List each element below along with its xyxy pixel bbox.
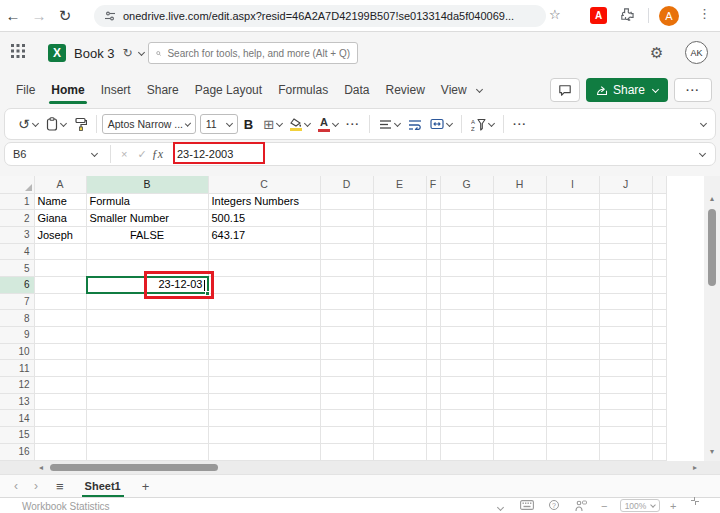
column-header-B[interactable]: B [86,176,208,193]
cell-H13[interactable] [493,393,546,410]
menu-item-share[interactable]: Share [147,83,179,97]
format-painter-button[interactable] [74,117,87,131]
menu-item-view[interactable]: View [441,83,467,97]
workbook-statistics-label[interactable]: Workbook Statistics [22,501,110,512]
address-bar[interactable]: onedrive.live.com/edit.aspx?resid=46A2A7… [94,5,546,27]
cell-G11[interactable] [440,360,493,377]
select-all-corner[interactable] [0,176,34,193]
cell-A5[interactable] [34,260,86,277]
cell-F8[interactable] [426,310,440,327]
cell-G13[interactable] [440,393,493,410]
cell-D12[interactable] [320,377,373,394]
cell-G5[interactable] [440,260,493,277]
name-box[interactable]: B6 [5,148,105,160]
cell-E15[interactable] [373,427,426,444]
cell-I1[interactable] [546,193,599,210]
formula-bar-expand-chevron-icon[interactable] [699,149,706,156]
row-header-11[interactable]: 11 [0,360,34,377]
cell-J14[interactable] [599,410,652,427]
cell-J12[interactable] [599,377,652,394]
app-launcher-icon[interactable] [10,43,26,63]
cell-I12[interactable] [546,377,599,394]
cell-F14[interactable] [426,410,440,427]
cell-A11[interactable] [34,360,86,377]
cell-D10[interactable] [320,343,373,360]
cell-G2[interactable] [440,210,493,227]
cell-D3[interactable] [320,226,373,243]
cell-D13[interactable] [320,393,373,410]
workbook-title[interactable]: Book 3 [74,46,114,61]
bold-button[interactable]: B [244,117,253,132]
cell-E5[interactable] [373,260,426,277]
zoom-in-icon[interactable]: + [670,500,676,512]
cell-J15[interactable] [599,427,652,444]
column-header-C[interactable]: C [208,176,320,193]
cell-F5[interactable] [426,260,440,277]
cell-I4[interactable] [546,243,599,260]
cell-B3[interactable]: FALSE [86,226,208,243]
cell-F15[interactable] [426,427,440,444]
accessibility-icon[interactable] [574,500,587,513]
cell-G4[interactable] [440,243,493,260]
cell-J11[interactable] [599,360,652,377]
column-header-H[interactable]: H [493,176,546,193]
cell-H3[interactable] [493,226,546,243]
cell-A8[interactable] [34,310,86,327]
ribbon-collapse-chevron-icon[interactable] [700,119,707,126]
cell-I11[interactable] [546,360,599,377]
cell-H12[interactable] [493,377,546,394]
cell-B13[interactable] [86,393,208,410]
cell-D1[interactable] [320,193,373,210]
site-info-icon[interactable] [104,10,116,22]
cell-J2[interactable] [599,210,652,227]
row-header-10[interactable]: 10 [0,343,34,360]
cell-B15[interactable] [86,427,208,444]
cell-C3[interactable]: 643.17 [208,226,320,243]
cell-C11[interactable] [208,360,320,377]
cell-C15[interactable] [208,427,320,444]
scroll-up-icon[interactable]: ▴ [704,194,720,203]
cell-J10[interactable] [599,343,652,360]
cell-B9[interactable] [86,327,208,344]
row-header-6[interactable]: 6 [0,276,34,293]
cell-A15[interactable] [34,427,86,444]
cell-G16[interactable] [440,443,493,460]
sheet-tab-sheet1[interactable]: Sheet1 [82,480,124,492]
row-header-12[interactable]: 12 [0,377,34,394]
cell-B10[interactable] [86,343,208,360]
cell-A2[interactable]: Giana [34,210,86,227]
menu-item-page-layout[interactable]: Page Layout [195,83,262,97]
cell-E10[interactable] [373,343,426,360]
browser-profile-avatar[interactable]: A [659,6,679,26]
formula-input[interactable]: 23-12-2003 [177,148,233,160]
excel-logo-icon[interactable]: X [48,44,66,62]
cell-F3[interactable] [426,226,440,243]
cell-E1[interactable] [373,193,426,210]
cell-I16[interactable] [546,443,599,460]
row-header-9[interactable]: 9 [0,327,34,344]
cell-H2[interactable] [493,210,546,227]
cell-E11[interactable] [373,360,426,377]
borders-button[interactable]: ⊞ [263,117,282,132]
cell-E8[interactable] [373,310,426,327]
row-header-2[interactable]: 2 [0,210,34,227]
vertical-scroll-thumb[interactable] [708,209,716,286]
enter-icon[interactable]: ✓ [137,148,146,161]
cell-D15[interactable] [320,427,373,444]
add-sheet-icon[interactable]: + [142,479,150,494]
cell-J6[interactable] [599,276,652,293]
cell-B2[interactable]: Smaller Number [86,210,208,227]
title-chevron-icon[interactable] [138,48,145,55]
horizontal-scroll-thumb[interactable] [50,464,218,471]
cell-A6[interactable] [34,276,86,293]
prev-sheet-icon[interactable]: ‹ [14,479,18,493]
cancel-icon[interactable]: × [121,148,127,160]
cell-E12[interactable] [373,377,426,394]
cell-A13[interactable] [34,393,86,410]
scroll-down-icon[interactable]: ▾ [704,447,720,456]
cell-J1[interactable] [599,193,652,210]
undo-button[interactable]: ↺ [18,116,38,132]
cell-F7[interactable] [426,293,440,310]
cell-A7[interactable] [34,293,86,310]
cell-B5[interactable] [86,260,208,277]
